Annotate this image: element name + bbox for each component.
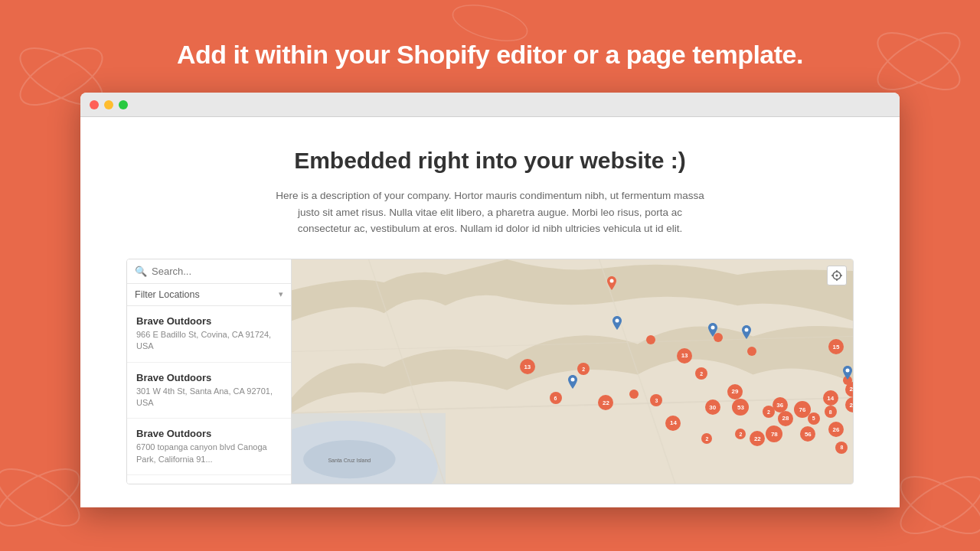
map-marker[interactable]: 8: [825, 406, 837, 418]
location-address: 6700 topanga canyon blvd Canoga Park, Ca…: [136, 442, 282, 465]
filter-chevron-icon: ▾: [279, 289, 283, 299]
filter-label: Filter Locations: [135, 289, 200, 300]
map-marker[interactable]: 3: [650, 394, 662, 406]
svg-point-6: [893, 465, 980, 544]
page-title: Add it within your Shopify editor or a p…: [15, 40, 965, 70]
map-markers-container: 1322291315622314305322836765814227822225…: [292, 259, 853, 484]
header-section: Add it within your Shopify editor or a p…: [0, 0, 980, 93]
map-pin-blue[interactable]: [568, 375, 577, 392]
svg-point-21: [710, 326, 714, 330]
list-item[interactable]: Brave Outdoors: [127, 475, 291, 484]
svg-point-5: [0, 458, 87, 536]
location-name: Brave Outdoors: [136, 372, 282, 383]
map-marker[interactable]: 56: [800, 426, 815, 442]
list-item[interactable]: Brave Outdoors 966 E Badillo St, Covina,…: [127, 306, 291, 363]
browser-window: Embedded right into your website :) Here…: [80, 93, 900, 507]
map-marker[interactable]: 26: [828, 422, 844, 437]
search-icon: 🔍: [135, 266, 147, 277]
locator-widget: 🔍 Filter Locations ▾ Brave Outdoors 966 …: [126, 259, 854, 484]
map-marker[interactable]: 36: [773, 397, 788, 412]
map-marker[interactable]: 53: [732, 399, 749, 416]
svg-point-4: [0, 458, 87, 536]
map-marker[interactable]: 28: [778, 411, 793, 426]
embedded-heading: Embedded right into your website :): [126, 148, 854, 174]
svg-point-27: [836, 274, 838, 276]
map-marker[interactable]: [629, 390, 639, 399]
map-pin-blue[interactable]: [612, 316, 622, 333]
svg-point-23: [570, 377, 574, 381]
location-list: Brave Outdoors 966 E Badillo St, Covina,…: [127, 306, 291, 484]
map-marker[interactable]: [747, 347, 756, 356]
search-box: 🔍: [127, 259, 291, 284]
locator-sidebar: 🔍 Filter Locations ▾ Brave Outdoors 966 …: [127, 259, 292, 484]
svg-point-20: [616, 319, 619, 323]
map-marker[interactable]: 2: [701, 433, 712, 444]
list-item[interactable]: Brave Outdoors 6700 topanga canyon blvd …: [127, 419, 291, 475]
map-marker[interactable]: 2: [577, 363, 590, 375]
map-marker[interactable]: 30: [705, 399, 720, 415]
map-marker[interactable]: 22: [598, 395, 613, 410]
svg-point-24: [845, 368, 849, 372]
svg-point-25: [609, 279, 613, 282]
map-marker[interactable]: 22: [750, 431, 765, 446]
page-description: Here is a description of your company. H…: [276, 187, 704, 237]
traffic-light-red[interactable]: [90, 100, 99, 109]
map-marker[interactable]: 13: [520, 359, 535, 374]
map-marker[interactable]: 78: [766, 425, 782, 442]
map-pin-blue[interactable]: [742, 325, 751, 342]
search-input[interactable]: [152, 266, 283, 277]
svg-point-7: [893, 465, 980, 544]
map-marker[interactable]: 13: [677, 348, 692, 364]
map-marker[interactable]: 2: [735, 429, 746, 439]
location-address: 301 W 4th St, Santa Ana, CA 92701, USA: [136, 386, 282, 409]
map-marker[interactable]: 14: [665, 416, 681, 431]
map-marker[interactable]: 15: [828, 339, 844, 354]
map-marker[interactable]: 5: [808, 412, 820, 425]
filter-bar[interactable]: Filter Locations ▾: [127, 284, 291, 306]
map-pin-red[interactable]: [607, 276, 616, 293]
location-name: Brave Outdoors: [136, 428, 282, 439]
traffic-light-green[interactable]: [119, 100, 128, 109]
svg-point-22: [744, 328, 748, 332]
locate-button[interactable]: [827, 266, 847, 285]
map-pin-blue[interactable]: [708, 323, 717, 340]
location-name: Brave Outdoors: [136, 315, 282, 327]
traffic-light-yellow[interactable]: [104, 100, 113, 109]
map-marker[interactable]: [646, 335, 655, 344]
locate-icon: [831, 270, 842, 281]
browser-titlebar: [80, 93, 900, 117]
map-marker[interactable]: 6: [550, 392, 562, 404]
map-pin-blue[interactable]: [843, 366, 852, 383]
map-marker[interactable]: 8: [835, 442, 848, 454]
list-item[interactable]: Brave Outdoors 301 W 4th St, Santa Ana, …: [127, 363, 291, 419]
browser-content: Embedded right into your website :) Here…: [80, 117, 900, 507]
map-marker[interactable]: 14: [823, 390, 838, 406]
location-address: 966 E Badillo St, Covina, CA 91724, USA: [136, 329, 282, 353]
map-marker[interactable]: 29: [727, 384, 743, 399]
locator-map[interactable]: Santa Cruz Island 1322291315622314305322…: [292, 259, 853, 484]
map-marker[interactable]: 22: [845, 397, 853, 412]
map-marker[interactable]: 2: [695, 367, 707, 380]
